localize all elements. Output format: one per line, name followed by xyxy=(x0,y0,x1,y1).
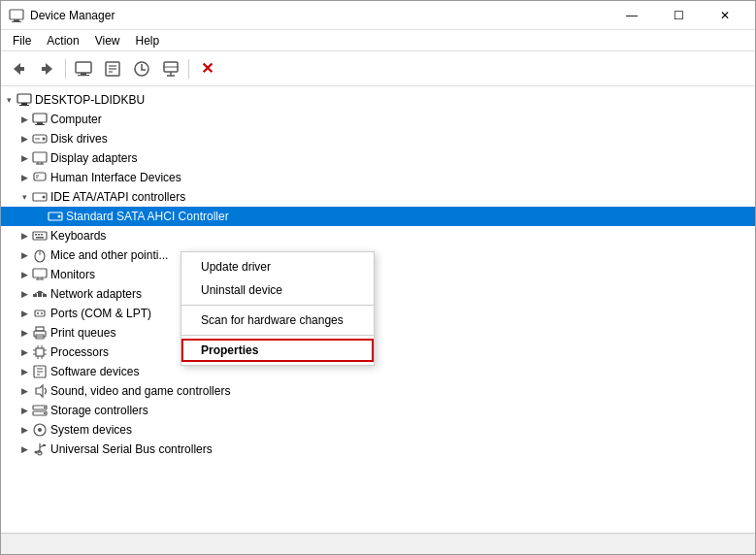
ctx-divider-1 xyxy=(181,305,374,306)
svg-rect-23 xyxy=(37,122,43,124)
status-bar xyxy=(1,533,755,554)
keyboards-toggle[interactable]: ▶ xyxy=(16,228,32,244)
processors-label: Processors xyxy=(50,345,109,359)
tree-item-print[interactable]: ▶ Print queues xyxy=(1,323,755,343)
svg-rect-22 xyxy=(33,114,47,122)
svg-rect-50 xyxy=(33,294,37,297)
menu-action[interactable]: Action xyxy=(39,32,86,49)
disk-drives-label: Disk drives xyxy=(50,132,108,146)
menu-file[interactable]: File xyxy=(5,32,39,49)
tree-item-monitors[interactable]: ▶ Monitors xyxy=(1,265,755,284)
ports-label: Ports (COM & LPT) xyxy=(50,307,151,320)
menu-view[interactable]: View xyxy=(87,32,128,49)
print-label: Print queues xyxy=(50,326,115,340)
tree-item-mice[interactable]: ▶ Mice and other pointi... xyxy=(1,245,755,265)
ctx-properties[interactable]: Properties xyxy=(181,339,374,362)
minimize-button[interactable]: — xyxy=(609,1,654,30)
sata-toggle[interactable] xyxy=(32,209,48,224)
system-toggle[interactable]: ▶ xyxy=(16,422,32,438)
computer-label: Computer xyxy=(50,113,102,126)
svg-rect-4 xyxy=(19,67,24,71)
tree-item-display[interactable]: ▶ Display adapters xyxy=(1,148,755,168)
monitors-label: Monitors xyxy=(50,268,95,281)
svg-rect-9 xyxy=(78,75,89,76)
toolbar-scan-button[interactable] xyxy=(157,55,184,82)
svg-rect-8 xyxy=(81,73,86,75)
toolbar-separator-2 xyxy=(188,59,189,79)
ctx-update-driver[interactable]: Update driver xyxy=(181,255,374,278)
svg-rect-24 xyxy=(35,124,45,125)
svg-rect-2 xyxy=(12,21,21,22)
tree-root[interactable]: ▾ DESKTOP-LDIDKBU xyxy=(1,90,755,110)
window-controls: — ☐ ✕ xyxy=(609,1,747,30)
tree-item-software[interactable]: ▶ Software devices xyxy=(1,362,755,381)
hid-toggle[interactable]: ▶ xyxy=(16,170,32,185)
tree-item-storage[interactable]: ▶ Storage controllers xyxy=(1,401,755,420)
svg-point-26 xyxy=(43,138,46,141)
usb-toggle[interactable]: ▶ xyxy=(16,441,32,457)
svg-point-57 xyxy=(41,312,43,314)
toolbar-forward-button[interactable] xyxy=(34,55,61,82)
tree-item-system[interactable]: ▶ System devices xyxy=(1,420,755,440)
tree-item-hid[interactable]: ▶ Human Interface Devices xyxy=(1,168,755,187)
display-toggle[interactable]: ▶ xyxy=(16,150,32,166)
toolbar-update-button[interactable] xyxy=(128,55,155,82)
tree-item-ide[interactable]: ▾ IDE ATA/ATAPI controllers xyxy=(1,187,755,207)
svg-rect-39 xyxy=(33,232,47,240)
toolbar-computer-button[interactable] xyxy=(70,55,97,82)
svg-rect-20 xyxy=(21,103,27,105)
maximize-button[interactable]: ☐ xyxy=(656,1,701,30)
root-toggle[interactable]: ▾ xyxy=(1,92,16,108)
context-menu: Update driver Uninstall device Scan for … xyxy=(181,251,375,366)
disk-toggle[interactable]: ▶ xyxy=(16,131,32,147)
computer-toggle[interactable]: ▶ xyxy=(16,112,32,127)
mice-label: Mice and other pointi... xyxy=(50,248,168,262)
display-label: Display adapters xyxy=(50,151,137,165)
print-toggle[interactable]: ▶ xyxy=(16,325,32,341)
toolbar-uninstall-button[interactable]: ✕ xyxy=(193,55,220,82)
software-toggle[interactable]: ▶ xyxy=(16,364,32,379)
svg-rect-52 xyxy=(43,294,47,297)
tree-item-computer[interactable]: ▶ Computer xyxy=(1,110,755,129)
toolbar-properties2-button[interactable] xyxy=(99,55,126,82)
ports-toggle[interactable]: ▶ xyxy=(16,306,32,321)
close-button[interactable]: ✕ xyxy=(703,1,747,30)
mice-toggle[interactable]: ▶ xyxy=(16,247,32,263)
ctx-uninstall-device[interactable]: Uninstall device xyxy=(181,278,374,302)
tree-item-ports[interactable]: ▶ Ports (COM & LPT) xyxy=(1,304,755,323)
tree-item-usb[interactable]: ▶ Universal Serial Bus controllers xyxy=(1,440,755,459)
tree-item-sata[interactable]: Standard SATA AHCI Controller xyxy=(1,207,755,226)
monitors-toggle[interactable]: ▶ xyxy=(16,267,32,282)
tree-item-network[interactable]: ▶ Network adapters xyxy=(1,284,755,304)
svg-rect-41 xyxy=(38,234,40,236)
software-label: Software devices xyxy=(50,365,139,378)
tree-item-sound[interactable]: ▶ Sound, video and game controllers xyxy=(1,381,755,401)
svg-rect-55 xyxy=(35,310,45,316)
svg-marker-5 xyxy=(46,63,52,75)
tree-item-disk-drives[interactable]: ▶ Disk drives xyxy=(1,129,755,148)
svg-point-36 xyxy=(43,196,46,199)
tree-item-processors[interactable]: ▶ Processors xyxy=(1,343,755,362)
usb-label: Universal Serial Bus controllers xyxy=(50,442,213,456)
toolbar-back-button[interactable] xyxy=(5,55,32,82)
sata-label: Standard SATA AHCI Controller xyxy=(66,210,229,223)
device-tree[interactable]: ▾ DESKTOP-LDIDKBU ▶ xyxy=(1,86,755,533)
device-manager-window: Device Manager — ☐ ✕ File Action View He… xyxy=(0,0,756,555)
ctx-scan-changes[interactable]: Scan for hardware changes xyxy=(181,309,374,332)
svg-point-77 xyxy=(44,407,46,408)
svg-rect-28 xyxy=(33,152,47,162)
app-icon xyxy=(9,8,24,23)
svg-rect-0 xyxy=(10,10,23,19)
svg-rect-46 xyxy=(33,269,47,278)
storage-toggle[interactable]: ▶ xyxy=(16,403,32,418)
svg-marker-3 xyxy=(14,63,20,75)
window-title: Device Manager xyxy=(30,9,609,22)
root-icon xyxy=(16,92,32,108)
tree-item-keyboards[interactable]: ▶ Keyboards xyxy=(1,226,755,245)
sound-toggle[interactable]: ▶ xyxy=(16,383,32,399)
processors-toggle[interactable]: ▶ xyxy=(16,344,32,360)
network-label: Network adapters xyxy=(50,287,142,301)
ide-toggle[interactable]: ▾ xyxy=(16,189,32,205)
network-toggle[interactable]: ▶ xyxy=(16,286,32,302)
menu-help[interactable]: Help xyxy=(128,32,168,49)
